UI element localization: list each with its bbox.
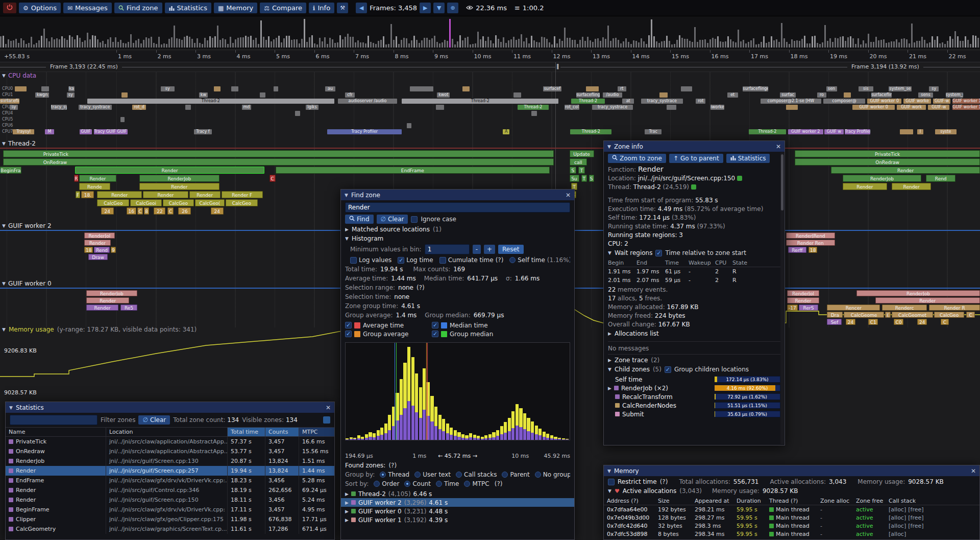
cpu-zone[interactable]: surfaceflinger [576,92,600,98]
timeline-zone[interactable]: OnRedraw [795,158,980,166]
cpu-zone[interactable]: md [242,105,251,110]
cpu-zone[interactable]: sis [859,86,873,91]
timeline-zone[interactable]: Render F [222,191,263,198]
cpu-zone[interactable]: syste [935,129,957,134]
cpu-zone[interactable]: GUIF worker 2 [788,129,823,134]
frame-dropdown-button[interactable]: ▼ [433,3,445,13]
cpu-zone[interactable]: iworke [710,105,724,110]
cpu-zone[interactable]: Thread-2 [402,99,558,104]
find-zone-titlebar[interactable]: ▼ Find zone ✕ [341,190,574,200]
cpu-zone[interactable]: surfaceflinger [743,86,768,91]
cpu-zone[interactable]: et [727,92,738,98]
allocation-row[interactable]: 0x7dfc53d8988 bytes298.34 ms59.95 sMain … [604,530,979,538]
power-button[interactable] [3,3,16,13]
timeline-zone[interactable]: T [581,175,587,182]
timeline-zone[interactable]: Render [139,183,219,190]
allocation-row[interactable]: 0x7e049b3d00128 bytes298.27 ms59.95 sMai… [604,513,979,522]
timeline-zone[interactable]: -17 [787,304,798,311]
timeline-zone[interactable]: Update [570,150,594,157]
timeline-zone[interactable]: Dra [827,312,843,318]
cpu-zone[interactable]: kwot [437,92,450,98]
clear-button[interactable]: ∅Clear [377,215,408,224]
column-header-total-time[interactable]: Total time [227,428,265,436]
allocations-list-label[interactable]: Allocations list [615,330,659,337]
legend-checkbox[interactable] [345,322,352,328]
time-relative-checkbox[interactable] [655,250,662,256]
child-zone-row[interactable]: ▶RenderJob (×2)4.16 ms (92.60%) [604,384,785,392]
legend-item[interactable]: Group average [345,330,432,338]
cpu-zone[interactable]: ka [68,86,75,91]
timeline-zone[interactable]: Rend [926,175,955,182]
cpu-zone[interactable]: Thread-2 [571,99,604,104]
cpu-zone[interactable]: kwgn [35,92,49,98]
zone-trace-label[interactable]: Zone trace [615,357,648,364]
cpu-zone[interactable] [214,86,220,91]
thread-value[interactable]: Thread-2 [633,183,661,191]
legend-checkbox[interactable] [432,322,438,328]
timeline-zone[interactable]: F [76,191,81,198]
found-zone-group[interactable]: ▶GUIF worker 2(3,296)4.61 s [341,498,574,507]
cpu-zone[interactable]: cfr [345,92,355,98]
cpu-zone[interactable]: surfaceflinger [871,92,892,98]
timeline-zone[interactable]: EndFrame [276,167,550,174]
timeline-zone[interactable]: Render Ren [786,240,835,246]
cpu-zone[interactable]: Thread-2 [749,129,786,134]
column-header-zone-free[interactable]: Zone free [853,498,886,504]
column-header-location[interactable]: Location [106,428,227,436]
cpu-zone[interactable] [513,92,521,98]
cpu-zone[interactable]: rot_col [565,105,579,110]
cpu-zone[interactable] [900,129,914,134]
legend-checkbox[interactable] [432,331,438,337]
accumulation-mode-button[interactable] [323,416,330,424]
cpu-zone[interactable]: ro [817,92,826,98]
log-values-checkbox[interactable] [350,257,357,264]
scrollbar[interactable] [780,152,784,444]
column-header-size[interactable]: Size [655,498,692,504]
timeline-zone[interactable]: RenderJRend [786,232,835,239]
found-zone-group[interactable]: ▶GUIF worker 0(3,231)4.48 s [341,507,574,515]
statistics-row[interactable]: Clipperjni/../jni/src/claw/gfx/geo/Clipp… [6,514,334,524]
cpu-zone[interactable]: composer@2.1-se [HW [761,99,821,104]
collapse-icon[interactable]: ▼ [608,488,611,494]
timeline-zone[interactable]: 22 [154,207,165,215]
cpu-zone[interactable] [667,105,676,110]
expand-icon[interactable]: ▶ [608,386,611,391]
collapse-icon[interactable]: ▼ [9,405,13,410]
cpu-zone[interactable]: tracy_systrace [79,105,112,110]
cpu-zone[interactable] [586,86,599,91]
cpu-zone[interactable]: system_se [889,86,911,91]
cpu-zone[interactable]: sen [826,86,837,91]
legend-item[interactable]: Group median [432,330,519,338]
child-zone-row[interactable]: Submit35.63 µs (0.79%) [604,410,785,418]
sort-by-mtpc[interactable]: MTPC [464,480,489,487]
found-zone-group[interactable]: ▶GUIF worker 1(3,192)4.39 s [341,515,574,524]
cpu-zone[interactable]: system_ser [946,92,964,98]
info-button[interactable]: ℹInfo [309,3,334,13]
expand-icon[interactable]: ▶ [345,491,349,497]
timeline-zone[interactable]: C [137,207,143,215]
timeline-zone[interactable]: RenderJob [856,290,980,296]
sort-by-count[interactable]: Count [404,480,431,487]
timeline-zone[interactable]: CalcGeoi [130,199,161,206]
collapse-icon[interactable]: ▼ [2,73,6,78]
cpu-zone[interactable] [260,92,266,98]
clear-filter-button[interactable]: ∅Clear [138,415,170,425]
cpu-zone[interactable] [786,105,798,110]
timeline-zone[interactable]: R [74,175,79,182]
frame-strip[interactable] [0,16,980,50]
scrollbar-thumb[interactable] [781,154,783,210]
alloc-callstack-link[interactable]: [alloc] [889,506,906,513]
column-header-zone-alloc[interactable]: Zone alloc [817,498,853,504]
cpu-zone[interactable]: au [325,86,335,91]
cpu-zone[interactable]: rot_d [132,105,146,110]
cpu-zone[interactable]: GUIF worker 0 [867,99,901,104]
cpu-zone[interactable]: audioserver /audio [338,99,397,104]
timeline-zone[interactable]: RerS [799,304,818,311]
timeline-zone[interactable]: Draw [88,254,108,260]
timeline-zone[interactable]: 26 [178,207,191,215]
min-bin-minus-button[interactable]: - [473,245,481,254]
collapse-icon[interactable]: ▼ [2,327,6,332]
timeline-zone[interactable]: C [270,175,276,182]
column-header-address-[interactable]: Address (?) [604,498,655,504]
timeline-zone[interactable]: 24 [101,207,114,215]
